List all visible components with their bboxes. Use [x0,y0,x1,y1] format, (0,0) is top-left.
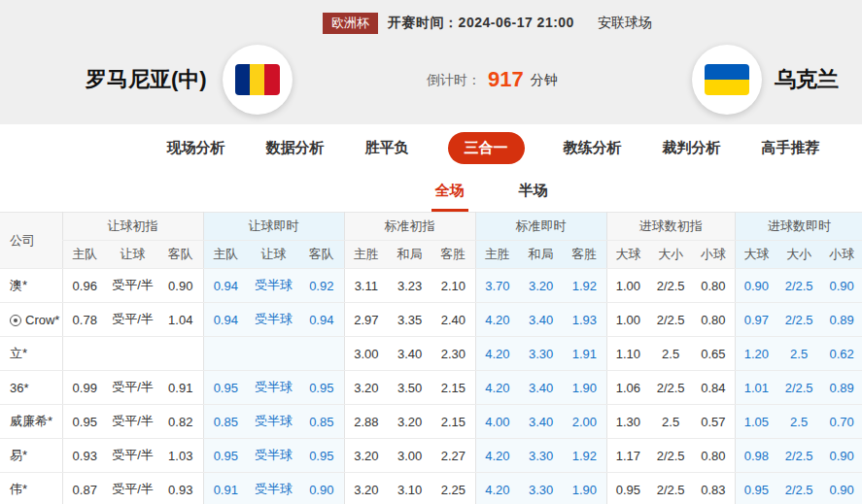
odds-cell: 3.20 [344,473,388,504]
period-tab-2[interactable]: 半场 [515,182,552,212]
odds-cell: 2/2.5 [777,303,820,337]
odds-cell: 0.95 [62,405,107,439]
league-badge: 欧洲杯 [323,13,378,34]
odds-cell: 3.70 [475,269,519,303]
countdown-unit: 分钟 [531,72,558,87]
home-team-flag-icon [223,45,293,115]
odds-cell: 3.20 [344,371,388,405]
kickoff-time: 开赛时间：2024-06-17 21:00 [388,15,574,32]
company-label: 威廉希* [10,414,52,428]
odds-cell: 0.80 [692,439,735,473]
odds-cell: 0.94 [203,269,248,303]
odds-cell: 2/2.5 [649,303,692,337]
odds-cell: 2.40 [431,303,475,337]
odds-cell: 0.92 [299,269,344,303]
odds-cell: 3.40 [519,303,563,337]
home-team-name: 罗马尼亚(中) [86,65,207,94]
odds-row: 立*3.003.402.304.203.301.911.102.50.651.2… [0,337,862,371]
odds-row: Crow*0.78受平/半1.040.94受半球0.942.973.352.40… [0,303,862,337]
column-header: 小球 [692,241,735,269]
odds-row: 伟*0.87受平/半0.930.91受半球0.903.203.102.254.2… [0,473,862,504]
column-header: 和局 [519,241,563,269]
odds-row: 威廉希*0.95受平/半0.820.85受半球0.852.883.202.154… [0,405,862,439]
company-label: 易* [10,448,27,462]
nav-item-3[interactable]: 胜平负 [363,132,411,164]
odds-cell: 0.90 [820,439,862,473]
odds-cell: 受平/半 [107,405,158,439]
odds-cell: 3.10 [388,473,431,504]
company-label: Crow* [25,313,59,327]
company-column-header: 公司 [0,213,62,269]
odds-cell: 2.27 [431,439,475,473]
company-name: 36* [0,371,62,405]
column-group-header-2: 让球即时 [203,213,344,241]
nav-item-5[interactable]: 教练分析 [562,132,624,164]
odds-cell: 1.93 [563,303,606,337]
odds-cell: 0.91 [203,473,248,504]
odds-cell: 3.11 [344,269,388,303]
odds-cell: 3.40 [519,405,563,439]
kickoff-label: 开赛时间： [388,15,459,30]
odds-cell: 0.93 [62,439,107,473]
odds-cell: 0.89 [820,303,862,337]
odds-cell [62,337,107,371]
odds-cell: 0.80 [692,303,735,337]
column-header: 大小 [649,241,692,269]
odds-cell: 2/2.5 [649,473,692,504]
odds-cell: 4.20 [475,473,519,504]
nav-item-1[interactable]: 现场分析 [165,132,227,164]
company-label: 立* [10,346,27,360]
odds-cell: 受半球 [248,303,299,337]
odds-cell: 1.06 [606,371,649,405]
period-tab-1[interactable]: 全场 [431,182,468,212]
odds-cell: 受半球 [248,473,299,504]
odds-cell: 1.01 [735,371,777,405]
odds-cell: 1.00 [606,269,649,303]
main-nav: 现场分析数据分析胜平负三合一教练分析裁判分析高手推荐 [0,124,862,171]
odds-cell: 3.23 [388,269,431,303]
odds-cell: 0.95 [606,473,649,504]
nav-item-2[interactable]: 数据分析 [264,132,327,164]
odds-cell: 2.00 [563,405,606,439]
match-odds-page: 欧洲杯 开赛时间：2024-06-17 21:00 安联球场 罗马尼亚(中) 倒… [0,0,862,504]
odds-cell: 1.03 [158,439,203,473]
odds-cell: 3.30 [519,473,563,504]
odds-cell: 0.96 [62,269,107,303]
column-header: 客队 [299,241,344,269]
odds-table-body: 澳*0.96受平/半0.900.94受半球0.923.113.232.103.7… [0,269,862,504]
odds-cell: 1.30 [606,405,649,439]
odds-cell: 0.90 [820,473,862,504]
column-header: 主胜 [344,241,388,269]
odds-cell: 2/2.5 [649,269,692,303]
company-label: 36* [10,381,29,395]
odds-cell: 2.30 [431,337,475,371]
main-nav-items: 现场分析数据分析胜平负三合一教练分析裁判分析高手推荐 [165,132,822,164]
period-tabs-inner: 全场半场 [431,182,552,212]
nav-item-4[interactable]: 三合一 [448,132,525,164]
odds-cell: 受平/半 [107,269,158,303]
odds-cell: 0.70 [820,405,862,439]
odds-row: 易*0.93受平/半1.030.95受半球0.953.203.002.274.2… [0,439,862,473]
nav-item-6[interactable]: 裁判分析 [661,132,723,164]
odds-cell: 2/2.5 [777,269,820,303]
odds-cell: 2/2.5 [649,371,692,405]
odds-cell: 4.20 [475,337,519,371]
odds-cell: 3.50 [388,371,431,405]
odds-cell: 受平/半 [107,371,158,405]
odds-row: 36*0.99受平/半0.910.95受半球0.953.203.502.154.… [0,371,862,405]
odds-cell: 0.87 [62,473,107,504]
company-name: 伟* [0,473,62,504]
odds-cell: 0.95 [299,439,344,473]
company-name: 立* [0,337,62,371]
odds-cell: 0.90 [820,269,862,303]
column-header: 让球 [107,241,158,269]
romania-flag-icon [235,64,280,95]
odds-cell: 4.20 [475,303,519,337]
odds-cell: 1.05 [735,405,777,439]
odds-cell: 1.90 [563,473,606,504]
teams-row: 罗马尼亚(中) 倒计时：917分钟 乌克兰 [0,45,862,115]
odds-cell: 1.17 [606,439,649,473]
match-info-bar: 欧洲杯 开赛时间：2024-06-17 21:00 安联球场 [56,13,862,34]
nav-item-7[interactable]: 高手推荐 [760,132,822,164]
odds-cell: 3.20 [519,269,563,303]
